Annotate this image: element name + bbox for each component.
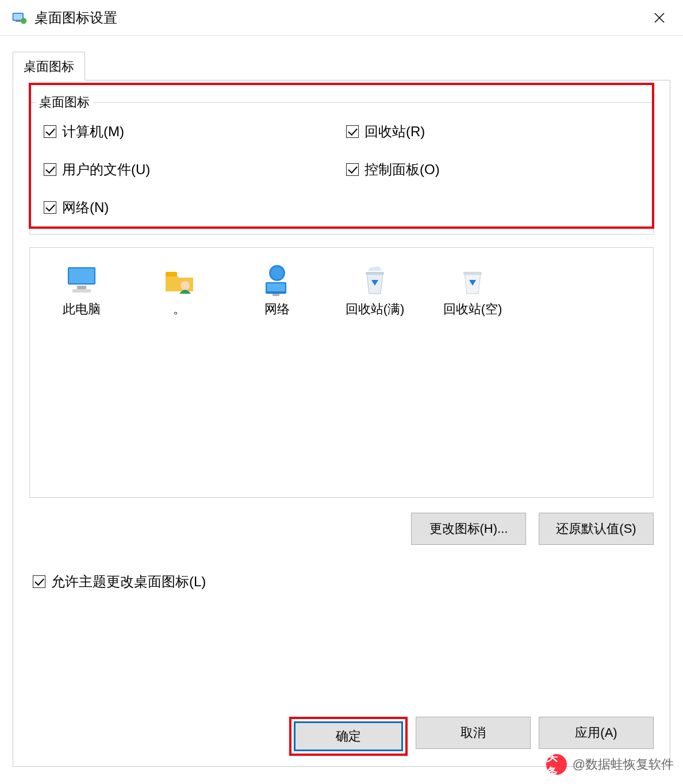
- checkbox-network[interactable]: 网络(N): [44, 198, 340, 217]
- svg-rect-15: [463, 272, 482, 275]
- checkbox-label: 控制面板(O): [364, 160, 440, 179]
- network-icon: [231, 258, 323, 297]
- apply-button[interactable]: 应用(A): [539, 717, 654, 749]
- icon-label: 回收站(满): [329, 301, 421, 318]
- user-folder-icon: [133, 258, 225, 297]
- svg-rect-14: [366, 272, 384, 275]
- checkbox-icon: [44, 201, 56, 214]
- desktop-icons-groupbox: 桌面图标 计算机(M) 回收站(R) 用户的文件(U) 控制面板(O) 网络(N…: [29, 102, 654, 235]
- watermark: 头条 @数据蛙恢复软件: [546, 754, 674, 775]
- checkbox-icon: [44, 163, 56, 176]
- cancel-button[interactable]: 取消: [416, 717, 531, 749]
- svg-rect-13: [273, 294, 279, 296]
- tab-strip: 桌面图标: [0, 36, 683, 80]
- checkbox-label: 允许主题更改桌面图标(L): [51, 572, 206, 591]
- checkbox-label: 回收站(R): [364, 122, 425, 141]
- svg-rect-6: [77, 286, 86, 289]
- watermark-text: @数据蛙恢复软件: [573, 756, 674, 773]
- svg-rect-5: [69, 268, 94, 283]
- close-button[interactable]: [646, 5, 673, 31]
- icon-item-thispc[interactable]: 此电脑: [36, 258, 128, 318]
- icon-item-network[interactable]: 网络: [231, 258, 323, 318]
- icon-label: 网络: [231, 301, 323, 318]
- recycle-full-icon: [329, 258, 421, 297]
- icon-preview-list: 此电脑 。 网络 回收站(满) 回收站(空): [29, 247, 654, 498]
- ok-button[interactable]: 确定: [294, 721, 403, 751]
- svg-rect-8: [166, 272, 177, 276]
- icon-label: 回收站(空): [427, 301, 519, 318]
- checkbox-recycle-bin[interactable]: 回收站(R): [346, 122, 643, 141]
- svg-rect-2: [16, 21, 21, 22]
- svg-point-9: [181, 281, 190, 290]
- tab-desktop-icons[interactable]: 桌面图标: [13, 52, 85, 80]
- checkbox-icon: [44, 125, 56, 138]
- checkbox-allow-theme[interactable]: 允许主题更改桌面图标(L): [29, 572, 654, 591]
- checkbox-label: 计算机(M): [62, 122, 124, 141]
- icon-item-recycle-full[interactable]: 回收站(满): [329, 258, 421, 318]
- checkbox-computer[interactable]: 计算机(M): [44, 122, 340, 141]
- app-icon: [11, 10, 28, 26]
- checkbox-icon: [346, 163, 359, 176]
- svg-rect-1: [14, 14, 23, 20]
- change-icon-button[interactable]: 更改图标(H)...: [411, 513, 526, 545]
- icon-label: 此电脑: [36, 301, 128, 318]
- checkbox-icon: [33, 575, 45, 588]
- icon-item-user[interactable]: 。: [133, 258, 225, 318]
- icon-item-recycle-empty[interactable]: 回收站(空): [427, 258, 519, 318]
- checkbox-icon: [346, 125, 359, 138]
- svg-point-10: [269, 265, 285, 281]
- recycle-empty-icon: [427, 258, 519, 297]
- checkbox-user-files[interactable]: 用户的文件(U): [44, 160, 340, 179]
- checkbox-control-panel[interactable]: 控制面板(O): [346, 160, 643, 179]
- tab-panel: 桌面图标 计算机(M) 回收站(R) 用户的文件(U) 控制面板(O) 网络(N…: [13, 80, 670, 767]
- watermark-badge-icon: 头条: [546, 754, 567, 775]
- svg-point-3: [21, 18, 27, 24]
- checkbox-label: 网络(N): [62, 198, 109, 217]
- restore-default-button[interactable]: 还原默认值(S): [539, 513, 654, 545]
- icon-button-row: 更改图标(H)... 还原默认值(S): [29, 513, 654, 545]
- monitor-icon: [36, 258, 128, 297]
- checkbox-grid: 计算机(M) 回收站(R) 用户的文件(U) 控制面板(O) 网络(N): [40, 122, 643, 217]
- window-title: 桌面图标设置: [34, 9, 646, 27]
- icon-label: 。: [133, 301, 225, 318]
- groupbox-legend: 桌面图标: [36, 94, 93, 111]
- titlebar: 桌面图标设置: [0, 0, 683, 36]
- svg-rect-7: [72, 289, 91, 293]
- svg-rect-12: [267, 283, 285, 291]
- ok-highlight: 确定: [289, 717, 408, 756]
- checkbox-label: 用户的文件(U): [62, 160, 150, 179]
